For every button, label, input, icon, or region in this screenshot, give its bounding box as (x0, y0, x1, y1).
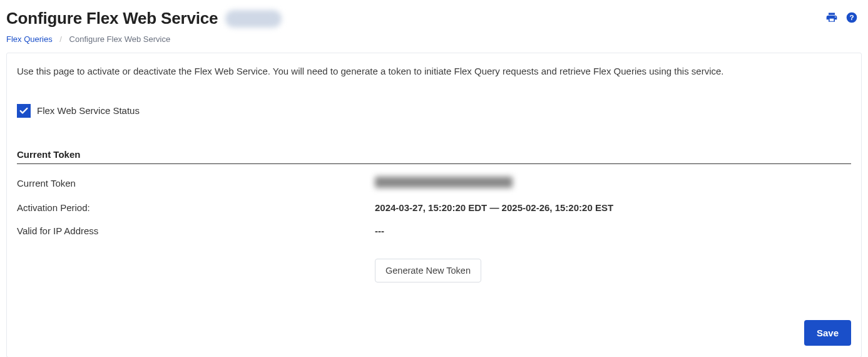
valid-ip-label: Valid for IP Address (17, 225, 375, 236)
current-token-label: Current Token (17, 178, 375, 189)
breadcrumb: Flex Queries / Configure Flex Web Servic… (6, 28, 862, 53)
svg-text:?: ? (849, 13, 854, 21)
current-token-value (375, 177, 513, 190)
save-button[interactable]: Save (804, 320, 851, 346)
activation-period-value: 2024-03-27, 15:20:20 EDT — 2025-02-26, 1… (375, 202, 613, 213)
status-checkbox-label: Flex Web Service Status (37, 105, 140, 116)
instructions-text: Use this page to activate or deactivate … (17, 65, 851, 79)
valid-ip-value: --- (375, 225, 384, 236)
activation-period-label: Activation Period: (17, 202, 375, 213)
config-panel: Use this page to activate or deactivate … (6, 53, 862, 357)
redacted-badge (225, 10, 282, 28)
page-title: Configure Flex Web Service (6, 9, 218, 28)
generate-new-token-button[interactable]: Generate New Token (375, 259, 481, 282)
redacted-token (375, 177, 513, 188)
breadcrumb-parent-link[interactable]: Flex Queries (6, 34, 53, 44)
section-heading-current-token: Current Token (17, 149, 851, 164)
status-checkbox[interactable] (17, 104, 31, 118)
breadcrumb-separator: / (54, 34, 67, 44)
breadcrumb-current: Configure Flex Web Service (69, 34, 171, 44)
help-icon[interactable]: ? (845, 11, 858, 24)
print-icon[interactable] (825, 11, 838, 24)
